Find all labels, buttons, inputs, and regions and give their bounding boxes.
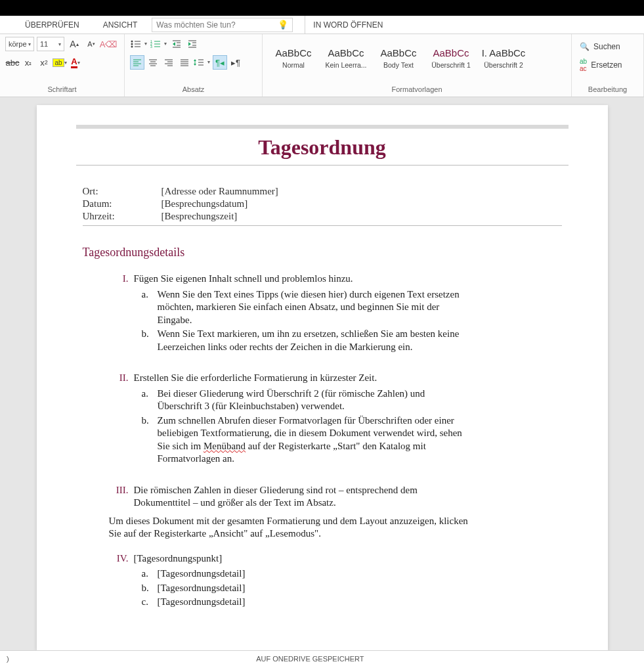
ribbon-tabs: ÜBERPRÜFEN ANSICHT Was möchten Sie tun? … (0, 16, 644, 34)
status-bar: ) AUF ONEDRIVE GESPEICHERT (0, 650, 644, 666)
grow-font-button[interactable]: A▴ (67, 37, 81, 51)
outline[interactable]: I.Fügen Sie eigenen Inhalt schnell und p… (83, 273, 562, 609)
font-size-selector[interactable]: 11▾ (37, 37, 64, 51)
roman-numeral: III. (109, 484, 129, 510)
page: Tagesordnung Ort:[Adresse oder Raumnumme… (37, 105, 608, 650)
editing-group-label: Bearbeitung (577, 85, 638, 95)
font-name-value: körpe (9, 40, 27, 48)
sub-letter: b. (142, 582, 154, 595)
shrink-font-button[interactable]: A▾ (84, 37, 98, 51)
svg-text:3: 3 (150, 45, 152, 49)
roman-numeral: IV. (109, 552, 129, 566)
status-save-state: AUF ONEDRIVE GESPEICHERT (9, 655, 611, 663)
sub-letter: a. (142, 388, 154, 413)
tab-review[interactable]: ÜBERPRÜFEN (13, 16, 91, 34)
ribbon: körpe▾ 11▾ A▴ A▾ A⌫ abc x₂ x2 ab▾ A▾ Sch… (0, 34, 644, 97)
titlebar (0, 0, 644, 16)
item-text: Bei dieser Gliederung wird Überschrift 2… (158, 388, 466, 413)
meta-uhrzeit-value: [Besprechungszeit] (161, 211, 238, 222)
item-text: [Tagesordnungsdetail] (158, 567, 466, 581)
style-normal[interactable]: AaBbCcNormal (268, 39, 319, 77)
sub-letter: a. (142, 288, 154, 327)
highlight-button[interactable]: ab▾ (53, 55, 67, 70)
paragraph-group-label: Absatz (130, 85, 257, 95)
font-color-button[interactable]: A▾ (68, 55, 83, 70)
align-left-button[interactable] (130, 55, 144, 70)
meta-datum-value: [Besprechungsdatum] (161, 198, 248, 210)
style-body-text[interactable]: AaBbCcBody Text (373, 39, 424, 77)
svg-marker-40 (194, 64, 196, 66)
rtl-button[interactable]: ¶◂ (213, 55, 227, 70)
clear-formatting-button[interactable]: A⌫ (101, 37, 116, 51)
item-text: Fügen Sie eigenen Inhalt schnell und pro… (134, 273, 469, 286)
svg-point-2 (131, 43, 133, 45)
document-title[interactable]: Tagesordnung (76, 135, 569, 166)
svg-marker-13 (173, 42, 175, 46)
roman-numeral: I. (109, 273, 129, 286)
page-top-border (76, 125, 569, 129)
lightbulb-icon: 💡 (278, 20, 288, 30)
superscript-button[interactable]: x2 (37, 55, 51, 70)
paragraph-group: ▾ 123 ▾ (125, 34, 263, 97)
body-paragraph: Um dieses Dokument mit der gesamten Form… (109, 515, 473, 541)
tab-view[interactable]: ANSICHT (91, 16, 150, 34)
document-workspace[interactable]: Tagesordnung Ort:[Adresse oder Raumnumme… (0, 97, 644, 650)
numbering-button[interactable]: 123 ▾ (150, 37, 168, 51)
item-text: [Tagesordnungsdetail] (158, 582, 466, 595)
replace-label: Ersetzen (591, 60, 622, 70)
tell-me-placeholder: Was möchten Sie tun? (156, 20, 235, 30)
strikethrough-button[interactable]: abc (5, 55, 20, 70)
binoculars-icon: 🔍 (580, 42, 590, 51)
item-text: Erstellen Sie die erforderliche Formatie… (134, 372, 469, 385)
meta-ort-value: [Adresse oder Raumnummer] (161, 186, 278, 197)
roman-numeral: II. (109, 372, 129, 385)
section-heading[interactable]: Tagesordnungsdetails (83, 246, 562, 259)
svg-point-4 (131, 46, 133, 48)
replace-button[interactable]: abac Ersetzen (577, 56, 638, 74)
style-heading1[interactable]: AaBbCcÜberschrift 1 (425, 39, 477, 77)
style-no-spacing[interactable]: AaBbCcKein Leerra... (320, 39, 372, 77)
svg-point-0 (131, 41, 133, 43)
sub-letter: c. (142, 596, 154, 609)
ltr-button[interactable]: ▸¶ (228, 55, 243, 70)
meta-datum-label: Datum: (83, 198, 161, 210)
item-text: Wenn Sie Text markieren, um ihn zu erset… (158, 328, 466, 353)
svg-marker-18 (188, 42, 191, 46)
meta-ort-label: Ort: (83, 186, 161, 197)
item-text: [Tagesordnungsdetail] (158, 596, 466, 609)
item-text: Zum schnellen Abrufen dieser Formatvorla… (158, 414, 466, 466)
item-text: Die römischen Zahlen in dieser Gliederun… (134, 484, 469, 510)
font-group: körpe▾ 11▾ A▴ A▾ A⌫ abc x₂ x2 ab▾ A▾ Sch… (0, 34, 125, 97)
styles-group: AaBbCcNormal AaBbCcKein Leerra... AaBbCc… (263, 34, 572, 97)
meta-uhrzeit-label: Uhrzeit: (83, 211, 161, 222)
decrease-indent-button[interactable] (169, 37, 184, 51)
replace-icon: abac (580, 58, 587, 72)
font-group-label: Schriftart (5, 85, 119, 95)
item-text: [Tagesordnungspunkt] (134, 552, 469, 566)
meeting-meta-table[interactable]: Ort:[Adresse oder Raumnummer] Datum:[Bes… (83, 185, 562, 226)
svg-marker-39 (194, 59, 196, 61)
find-label: Suchen (593, 42, 620, 51)
find-button[interactable]: 🔍 Suchen (577, 41, 638, 53)
justify-button[interactable] (177, 55, 192, 70)
chevron-down-icon: ▾ (28, 41, 31, 47)
align-right-button[interactable] (161, 55, 176, 70)
increase-indent-button[interactable] (185, 37, 200, 51)
sub-letter: b. (142, 328, 154, 353)
chevron-down-icon: ▾ (58, 41, 61, 47)
align-center-button[interactable] (146, 55, 160, 70)
item-text: Wenn Sie den Text eines Tipps (wie diese… (158, 288, 466, 327)
editing-group: 🔍 Suchen abac Ersetzen Bearbeitung (572, 34, 644, 97)
sub-letter: a. (142, 567, 154, 581)
font-name-selector[interactable]: körpe▾ (5, 37, 34, 51)
style-heading2[interactable]: I. AaBbCcÜberschrift 2 (478, 39, 529, 77)
bullets-button[interactable]: ▾ (130, 37, 148, 51)
tell-me-search[interactable]: Was möchten Sie tun? 💡 (152, 18, 293, 32)
line-spacing-button[interactable]: ▾ (193, 55, 211, 70)
styles-group-label: Formatvorlagen (268, 85, 566, 95)
open-in-word-button[interactable]: IN WORD ÖFFNEN (305, 16, 391, 34)
font-size-value: 11 (40, 40, 48, 48)
sub-letter: b. (142, 414, 154, 466)
subscript-button[interactable]: x₂ (21, 55, 35, 70)
spelling-error: Menüband (204, 441, 246, 451)
